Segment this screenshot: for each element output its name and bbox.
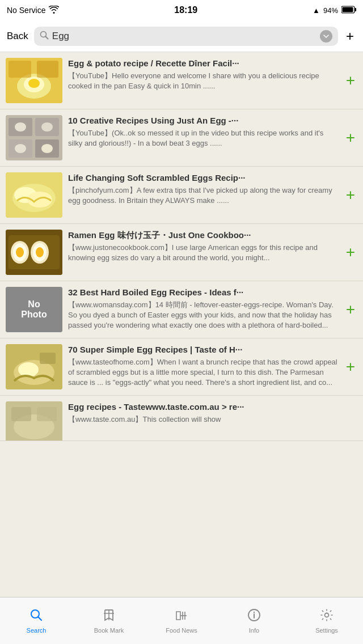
info-tab-icon [247,608,261,625]
svg-point-18 [15,144,26,153]
recipe-description: 【www.tasteofhome.com】When I want a brunc… [68,357,338,388]
svg-point-19 [41,144,53,153]
svg-point-8 [28,79,40,88]
recipe-title: 70 Super Simple Egg Recipes | Taste of H… [68,344,338,355]
recipe-thumbnail [6,344,62,389]
recipe-thumbnail [6,115,62,160]
foodnews-tab-label: Food News [166,627,197,634]
recipe-content: 32 Best Hard Boiled Egg Recipes - Ideas … [68,287,338,331]
bookmark-tab-icon [102,608,116,625]
recipe-thumbnail [6,172,62,218]
svg-point-48 [325,613,329,617]
recipe-description: 【www.justonecookbook.com】I use large Ame… [68,243,338,263]
tab-search[interactable]: Search [0,598,73,644]
add-button[interactable]: + [344,28,356,44]
location-icon: ▲ [313,6,320,15]
add-recipe-button[interactable]: + [344,130,357,146]
recipe-description: 【YouTube】(Ok..ok so messed it up in the … [68,128,338,149]
recipe-content: 10 Creative Recipes Using Just An Egg -·… [68,115,338,149]
list-item[interactable]: 10 Creative Recipes Using Just An Egg -·… [0,109,363,167]
battery-percent: 94% [323,6,338,15]
recipe-thumbnail [6,401,62,441]
svg-point-16 [15,122,26,132]
settings-tab-icon [320,608,334,625]
no-photo-label: NoPhoto [21,299,47,320]
svg-point-47 [254,611,255,612]
recipe-content: Life Changing Soft Scrambled Eggs Recip·… [68,172,338,206]
list-item[interactable]: Ramen Egg 味付け玉子・Just One Cookboo··· 【www… [0,224,363,281]
search-input-wrap[interactable]: Egg [34,27,338,46]
recipe-list: Egg & potato recipe / Recette Dîner Faci… [0,52,363,488]
list-item[interactable]: 70 Super Simple Egg Recipes | Taste of H… [0,338,363,396]
recipe-description: 【pinchofyum.com】A few extra tips that I'… [68,185,338,206]
list-item[interactable]: NoPhoto 32 Best Hard Boiled Egg Recipes … [0,281,363,338]
back-button[interactable]: Back [7,31,28,42]
settings-tab-label: Settings [315,627,338,634]
svg-point-34 [18,362,39,377]
tab-bar: Search Book Mark Food News [0,597,363,644]
search-tab-label: Search [27,627,47,634]
recipe-thumbnail [6,58,62,103]
tab-foodnews[interactable]: Food News [145,598,218,644]
status-bar: No Service 18:19 ▲ 94% [0,0,363,20]
recipe-description: 【www.womansday.com】14 時間前 - leftover-eas… [68,300,338,331]
recipe-content: Egg recipes - Tastewww.taste.com.au > re… [68,401,357,425]
svg-line-4 [45,37,48,39]
signal-text: No Service [7,6,45,15]
svg-rect-10 [37,61,58,78]
svg-rect-38 [11,407,31,421]
add-recipe-button[interactable]: + [344,73,357,88]
bookmark-tab-label: Book Mark [94,627,124,634]
add-recipe-button[interactable]: + [344,187,357,203]
recipe-description: 【YouTube】Hello everyone and welcome I sh… [68,71,338,91]
tab-info[interactable]: Info [218,598,290,644]
tab-settings[interactable]: Settings [290,598,363,644]
recipe-thumbnail: NoPhoto [6,287,62,332]
recipe-thumbnail [6,230,62,275]
svg-rect-2 [342,7,353,12]
status-left: No Service [7,6,59,15]
search-dropdown-button[interactable] [320,30,332,43]
wifi-icon [49,6,59,15]
add-recipe-button[interactable]: + [344,359,357,375]
svg-rect-1 [354,8,356,11]
list-item[interactable]: Life Changing Soft Scrambled Eggs Recip·… [0,167,363,224]
search-bar: Back Egg + [0,20,363,52]
search-icon [40,31,49,41]
foodnews-tab-icon [175,608,188,625]
battery-icon [341,6,356,15]
svg-rect-35 [40,353,56,364]
svg-rect-9 [9,61,31,78]
status-right: ▲ 94% [313,6,356,15]
search-tab-icon [29,608,43,625]
add-recipe-button[interactable]: + [344,244,357,260]
svg-point-28 [16,247,24,257]
recipe-title: 10 Creative Recipes Using Just An Egg -·… [68,115,338,126]
recipe-title: Egg & potato recipe / Recette Dîner Faci… [68,58,338,69]
recipe-title: Ramen Egg 味付け玉子・Just One Cookboo··· [68,230,338,241]
add-recipe-button[interactable]: + [344,302,357,317]
list-item[interactable]: Egg & potato recipe / Recette Dîner Faci… [0,52,363,109]
svg-rect-39 [37,407,57,421]
tab-bookmark[interactable]: Book Mark [73,598,145,644]
list-item[interactable]: Egg recipes - Tastewww.taste.com.au > re… [0,396,363,441]
status-time: 18:19 [174,5,197,15]
recipe-content: 70 Super Simple Egg Recipes | Taste of H… [68,344,338,388]
recipe-title: Egg recipes - Tastewww.taste.com.au > re… [68,401,357,413]
search-query: Egg [52,31,316,42]
recipe-description: 【www.taste.com.au】This collection will s… [68,414,357,425]
svg-point-17 [41,122,53,132]
recipe-title: 32 Best Hard Boiled Egg Recipes - Ideas … [68,287,338,298]
recipe-content: Ramen Egg 味付け玉子・Just One Cookboo··· 【www… [68,230,338,263]
recipe-content: Egg & potato recipe / Recette Dîner Faci… [68,58,338,91]
info-tab-label: Info [249,627,259,634]
svg-line-41 [39,617,42,620]
recipe-title: Life Changing Soft Scrambled Eggs Recip·… [68,172,338,184]
svg-point-31 [36,247,44,257]
